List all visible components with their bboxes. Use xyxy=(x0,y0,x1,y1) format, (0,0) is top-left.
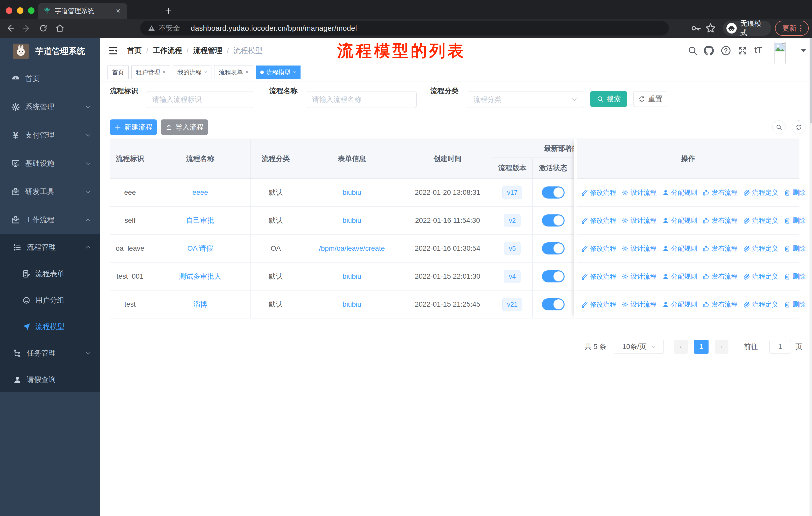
tag-close-icon[interactable]: × xyxy=(163,69,166,75)
form-link[interactable]: /bpm/oa/leave/create xyxy=(319,244,385,252)
process-name-link[interactable]: 测试多审批人 xyxy=(179,272,222,281)
assign-rule-link[interactable]: 分配规则 xyxy=(662,216,697,225)
delete-process-link[interactable]: 删除 xyxy=(784,300,806,309)
sidebar-item-process-form[interactable]: 流程表单 xyxy=(0,261,100,287)
design-process-link[interactable]: 设计流程 xyxy=(622,300,657,309)
sidebar-item-user-group[interactable]: 用户分组 xyxy=(0,287,100,314)
process-definition-link[interactable]: 流程定义 xyxy=(743,300,778,309)
create-process-button[interactable]: 新建流程 xyxy=(110,119,157,135)
breadcrumb-item[interactable]: 首页 xyxy=(127,46,142,56)
show-search-toggle-icon[interactable] xyxy=(772,120,786,134)
active-toggle[interactable] xyxy=(542,298,564,310)
process-definition-link[interactable]: 流程定义 xyxy=(743,188,778,197)
window-close-button[interactable] xyxy=(6,7,12,14)
tag-close-icon[interactable]: × xyxy=(293,69,296,75)
fullscreen-icon[interactable] xyxy=(737,45,748,56)
form-link[interactable]: biubiu xyxy=(343,216,361,224)
prev-page-button[interactable]: ‹ xyxy=(674,340,688,354)
tag-tenant[interactable]: 租户管理× xyxy=(132,65,170,79)
tag-process-form[interactable]: 流程表单× xyxy=(214,65,253,79)
form-link[interactable]: biubiu xyxy=(343,300,361,308)
sidebar-item-process-management[interactable]: 流程管理 xyxy=(0,234,100,261)
form-link[interactable]: biubiu xyxy=(343,188,361,196)
publish-process-link[interactable]: 发布流程 xyxy=(703,272,738,281)
delete-process-link[interactable]: 删除 xyxy=(784,216,806,225)
tab-close-icon[interactable]: × xyxy=(114,6,122,15)
browser-menu-icon[interactable] xyxy=(800,25,802,31)
tag-close-icon[interactable]: × xyxy=(204,69,207,75)
goto-page-input[interactable] xyxy=(770,340,791,354)
active-toggle[interactable] xyxy=(542,270,564,282)
publish-process-link[interactable]: 发布流程 xyxy=(703,188,738,197)
active-toggle[interactable] xyxy=(542,214,564,226)
browser-update-button[interactable]: 更新 xyxy=(775,21,809,36)
scrollbar-thumb[interactable] xyxy=(810,38,812,124)
publish-process-link[interactable]: 发布流程 xyxy=(703,300,738,309)
publish-process-link[interactable]: 发布流程 xyxy=(703,244,738,253)
sidebar-item-payment[interactable]: ¥ 支付管理 xyxy=(0,121,100,150)
process-name-link[interactable]: 自己审批 xyxy=(186,216,214,225)
browser-tab[interactable]: 芋道管理系统 × xyxy=(38,3,127,19)
password-key-icon[interactable] xyxy=(690,22,702,34)
sidebar-item-home[interactable]: 首页 xyxy=(0,65,100,93)
sidebar-item-infrastructure[interactable]: 基础设施 xyxy=(0,150,100,178)
sidebar-item-process-model[interactable]: 流程模型 xyxy=(0,314,100,340)
process-name-link[interactable]: eeee xyxy=(192,188,208,196)
sidebar-item-dev-tools[interactable]: 研发工具 xyxy=(0,178,100,206)
process-definition-link[interactable]: 流程定义 xyxy=(743,272,778,281)
github-icon[interactable] xyxy=(703,45,714,56)
delete-process-link[interactable]: 删除 xyxy=(784,272,806,281)
reload-icon[interactable] xyxy=(37,22,50,35)
assign-rule-link[interactable]: 分配规则 xyxy=(662,272,697,281)
new-tab-button[interactable]: + xyxy=(162,4,175,18)
form-link[interactable]: biubiu xyxy=(343,272,361,280)
page-scrollbar[interactable] xyxy=(810,38,812,516)
window-zoom-button[interactable] xyxy=(28,7,34,14)
address-bar[interactable]: 不安全 dashboard.yudao.iocoder.cn/bpm/manag… xyxy=(140,21,669,35)
process-name-input[interactable] xyxy=(306,91,416,108)
assign-rule-link[interactable]: 分配规则 xyxy=(662,244,697,253)
publish-process-link[interactable]: 发布流程 xyxy=(703,216,738,225)
delete-process-link[interactable]: 删除 xyxy=(784,188,806,197)
edit-process-link[interactable]: 修改流程 xyxy=(581,188,616,197)
edit-process-link[interactable]: 修改流程 xyxy=(581,244,616,253)
process-category-select[interactable]: 流程分类 xyxy=(467,91,584,108)
current-page-button[interactable]: 1 xyxy=(694,340,708,354)
refresh-table-icon[interactable] xyxy=(792,120,806,134)
delete-process-link[interactable]: 删除 xyxy=(784,244,806,253)
design-process-link[interactable]: 设计流程 xyxy=(622,188,657,197)
design-process-link[interactable]: 设计流程 xyxy=(622,244,657,253)
breadcrumb-item[interactable]: 流程管理 xyxy=(193,46,222,56)
edit-process-link[interactable]: 修改流程 xyxy=(581,300,616,309)
page-size-select[interactable]: 10条/页 xyxy=(614,340,664,354)
help-icon[interactable] xyxy=(721,45,731,56)
assign-rule-link[interactable]: 分配规则 xyxy=(662,188,697,197)
active-toggle[interactable] xyxy=(542,186,564,198)
tag-home[interactable]: 首页 xyxy=(108,65,128,79)
active-toggle[interactable] xyxy=(542,242,564,254)
process-definition-link[interactable]: 流程定义 xyxy=(743,244,778,253)
window-minimize-button[interactable] xyxy=(17,7,23,14)
design-process-link[interactable]: 设计流程 xyxy=(622,216,657,225)
font-size-icon[interactable]: tT xyxy=(754,45,765,56)
tag-my-process[interactable]: 我的流程× xyxy=(173,65,212,79)
sidebar-item-task-management[interactable]: 任务管理 xyxy=(0,340,100,366)
reset-button[interactable]: 重置 xyxy=(633,91,667,107)
bookmark-star-icon[interactable] xyxy=(705,22,716,34)
sidebar-item-leave-query[interactable]: 请假查询 xyxy=(0,366,100,393)
search-icon[interactable] xyxy=(688,45,698,56)
forward-icon[interactable] xyxy=(20,22,33,35)
next-page-button[interactable]: › xyxy=(715,340,728,354)
process-key-input[interactable] xyxy=(146,91,254,108)
back-icon[interactable] xyxy=(3,22,17,35)
avatar-caret-down-icon[interactable] xyxy=(801,49,806,52)
process-definition-link[interactable]: 流程定义 xyxy=(743,216,778,225)
collapse-sidebar-icon[interactable] xyxy=(108,46,118,56)
tag-process-model[interactable]: 流程模型× xyxy=(256,65,300,79)
edit-process-link[interactable]: 修改流程 xyxy=(581,216,616,225)
sidebar-item-system[interactable]: 系统管理 xyxy=(0,93,100,121)
sidebar-item-workflow[interactable]: 工作流程 xyxy=(0,206,100,234)
avatar[interactable] xyxy=(774,42,786,65)
process-name-link[interactable]: OA 请假 xyxy=(187,244,213,253)
assign-rule-link[interactable]: 分配规则 xyxy=(662,300,697,309)
